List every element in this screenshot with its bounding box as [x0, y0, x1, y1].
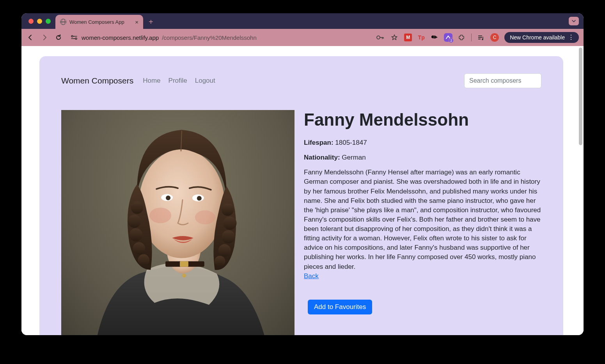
svg-point-23 — [222, 230, 235, 243]
profile-avatar[interactable]: C — [490, 33, 499, 42]
nationality-label: Nationality: — [304, 154, 340, 161]
back-link[interactable]: Back — [304, 272, 319, 280]
svg-point-4 — [377, 36, 380, 39]
kebab-menu-icon[interactable]: ⋮ — [568, 34, 574, 41]
window-fullscreen-button[interactable] — [46, 19, 51, 24]
svg-rect-9 — [478, 37, 482, 38]
back-button[interactable] — [26, 33, 35, 42]
page-viewport: Women Composers Home Profile Logout — [21, 46, 584, 335]
extension-tp-icon[interactable]: Tp — [417, 34, 425, 41]
scrollbar-track[interactable] — [579, 48, 583, 334]
site-settings-icon[interactable] — [71, 35, 78, 40]
composer-portrait — [61, 110, 295, 335]
tab-overflow-button[interactable] — [569, 17, 579, 25]
svg-point-26 — [149, 208, 171, 223]
svg-point-31 — [197, 196, 202, 201]
svg-point-21 — [222, 203, 234, 216]
svg-point-20 — [138, 254, 149, 266]
bookmark-star-icon[interactable] — [390, 33, 399, 42]
svg-point-17 — [128, 215, 141, 228]
composer-bio: Fanny Mendelssohn (Fanny Hensel after ma… — [304, 168, 541, 281]
nav-link-logout[interactable]: Logout — [195, 77, 215, 85]
svg-point-0 — [71, 36, 73, 37]
toolbar-divider — [471, 34, 472, 41]
app-navbar: Women Composers Home Profile Logout — [61, 73, 541, 88]
svg-point-19 — [133, 242, 145, 255]
scrollbar-thumb[interactable] — [579, 48, 582, 145]
new-tab-button[interactable]: + — [143, 15, 159, 29]
svg-point-32 — [182, 274, 186, 278]
chrome-update-button[interactable]: New Chrome available ⋮ — [504, 32, 579, 43]
address-bar: women-composers.netlify.app/composers/Fa… — [21, 29, 584, 46]
lifespan-value: 1805-1847 — [335, 139, 367, 146]
svg-rect-8 — [478, 36, 482, 36]
svg-point-2 — [75, 38, 77, 39]
svg-rect-10 — [478, 39, 481, 39]
svg-rect-14 — [180, 261, 188, 267]
svg-point-27 — [195, 210, 215, 224]
window-close-button[interactable] — [28, 19, 34, 24]
composer-content: Fanny Mendelssohn Lifespan: 1805-1847 Na… — [61, 110, 541, 335]
app-brand[interactable]: Women Composers — [61, 76, 133, 85]
extension-pen-icon[interactable]: ✎ — [429, 32, 440, 43]
globe-icon — [60, 19, 66, 25]
nav-link-profile[interactable]: Profile — [169, 77, 187, 85]
svg-point-11 — [482, 39, 483, 40]
lifespan-label: Lifespan: — [304, 139, 334, 146]
composer-name: Fanny Mendelssohn — [304, 110, 541, 130]
extension-mendeley-icon[interactable]: M — [404, 34, 412, 41]
extension-purple-icon[interactable]: 2 — [444, 33, 452, 42]
svg-point-16 — [131, 201, 143, 214]
add-favourite-button[interactable]: Add to Favourites — [308, 300, 372, 314]
svg-point-22 — [224, 217, 237, 230]
svg-point-29 — [166, 195, 170, 200]
lifespan-row: Lifespan: 1805-1847 — [304, 138, 541, 147]
media-control-icon[interactable] — [477, 34, 485, 41]
traffic-lights — [25, 13, 55, 29]
composer-details: Fanny Mendelssohn Lifespan: 1805-1847 Na… — [304, 110, 541, 335]
forward-button[interactable] — [40, 33, 49, 42]
extensions-menu-icon[interactable] — [458, 34, 466, 41]
browser-tab[interactable]: Women Composers App × — [55, 15, 143, 29]
nationality-value: German — [342, 154, 365, 161]
tab-strip: Women Composers App × + — [21, 13, 584, 29]
url-path: /composers/Fanny%20Mendelssohn — [162, 34, 257, 41]
tab-close-button[interactable]: × — [135, 19, 138, 25]
extension-badge: 2 — [449, 38, 454, 43]
window-minimize-button[interactable] — [37, 19, 42, 24]
tab-title: Women Composers App — [69, 19, 124, 25]
bio-text: Fanny Mendelssohn (Fanny Hensel after ma… — [304, 169, 541, 270]
toolbar-right: M Tp ✎ 2 C New Chrome available ⋮ — [376, 32, 579, 43]
url-host: women-composers.netlify.app — [82, 34, 159, 41]
svg-point-18 — [129, 228, 142, 241]
page-card: Women Composers Home Profile Logout — [39, 56, 563, 335]
url-field[interactable]: women-composers.netlify.app/composers/Fa… — [68, 34, 371, 41]
browser-window: Women Composers App × + women-composers.… — [21, 13, 584, 335]
nav-link-home[interactable]: Home — [143, 77, 160, 85]
search-input[interactable] — [464, 73, 541, 88]
svg-point-24 — [218, 244, 231, 257]
reload-button[interactable] — [54, 33, 63, 42]
update-label: New Chrome available — [510, 34, 565, 41]
nationality-row: Nationality: German — [304, 153, 541, 162]
svg-point-25 — [215, 256, 225, 267]
password-key-icon[interactable] — [376, 33, 385, 42]
